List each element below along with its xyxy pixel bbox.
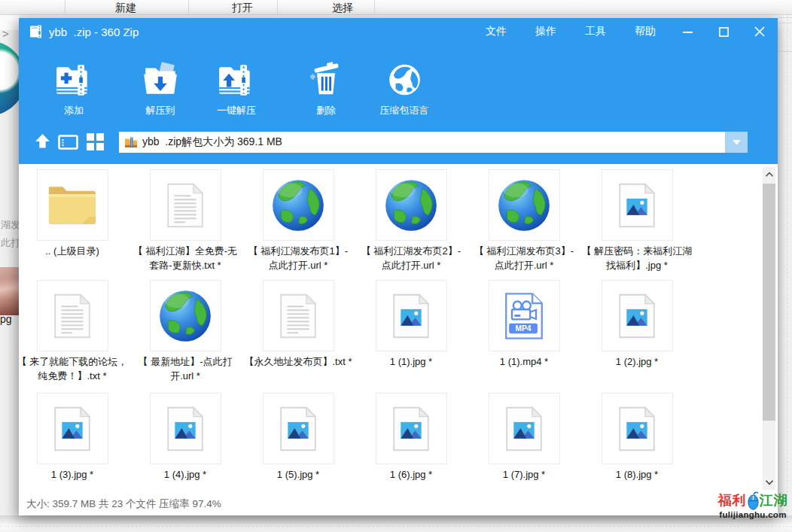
scroll-down-button[interactable] xyxy=(763,475,775,490)
icon-view-icon[interactable] xyxy=(87,133,104,150)
file-icon-box xyxy=(376,169,447,241)
file-icon-box xyxy=(489,169,560,241)
minimize-button[interactable] xyxy=(681,26,693,38)
toolbar-button[interactable]: 删除 xyxy=(306,60,346,117)
file-item[interactable]: 【 来了就能下载的论坛，纯免费！】.txt * xyxy=(19,280,129,383)
close-button[interactable] xyxy=(754,26,766,38)
file-icon-box xyxy=(150,169,221,241)
file-row: .. (上级目录) 【 福利江湖】全免费-无套路-更新快.txt * 【 福利江… xyxy=(19,169,696,272)
txt-file-icon xyxy=(53,293,92,339)
svg-text:MP4: MP4 xyxy=(516,324,532,333)
file-icon-box xyxy=(602,280,673,351)
tab-separator xyxy=(374,0,375,15)
zip-file-icon xyxy=(124,135,138,149)
jpg-file-icon xyxy=(53,406,92,452)
up-directory-icon[interactable] xyxy=(34,132,51,150)
jpg-file-icon xyxy=(504,406,544,452)
menu-item[interactable]: 文件 xyxy=(486,25,507,38)
delete-icon xyxy=(306,60,346,99)
file-item[interactable]: 【永久地址发布页】.txt * xyxy=(242,280,355,383)
scrollbar xyxy=(763,167,775,490)
file-name: 【 福利江湖发布页3】- 点此打开.url * xyxy=(468,244,580,272)
watermark-text-right: 江湖 xyxy=(760,491,788,509)
file-item[interactable]: 【 解压密码：来福利江湖找福利】.jpg * xyxy=(580,169,693,272)
file-icon-box xyxy=(263,280,334,351)
file-item[interactable]: 【 最新地址】-点此打开.url * xyxy=(129,280,242,383)
file-name: 【 解压密码：来福利江湖找福利】.jpg * xyxy=(581,244,693,272)
address-dropdown-button[interactable] xyxy=(725,132,748,153)
toolbar-button[interactable]: 解压到 xyxy=(141,60,180,117)
file-name: 1 (2).jpg * xyxy=(581,354,693,369)
file-icon-box xyxy=(150,280,221,351)
maximize-button[interactable] xyxy=(717,26,730,38)
file-name: 【 福利江湖发布页1】- 点此打开.url * xyxy=(242,244,354,272)
file-item[interactable]: 1 (5).jpg * xyxy=(242,393,355,482)
menu-item[interactable]: 工具 xyxy=(585,25,606,38)
background-tab[interactable]: 选择 xyxy=(332,0,353,15)
file-icon-box xyxy=(37,393,108,464)
zip-window: ybb .zip - 360 Zip 文件操作工具帮助 xyxy=(19,18,778,515)
file-name: 1 (4).jpg * xyxy=(129,467,241,482)
file-item[interactable]: 1 (1).jpg * xyxy=(355,280,468,383)
txt-file-icon xyxy=(279,293,318,339)
background-chevron: > xyxy=(2,27,9,40)
background-right-edge xyxy=(778,15,792,515)
file-item[interactable]: 【 福利江湖发布页2】- 点此打开.url * xyxy=(355,169,468,272)
file-item[interactable]: 【 福利江湖】全免费-无套路-更新快.txt * xyxy=(129,169,242,272)
toolbar-button[interactable]: 一键解压 xyxy=(217,60,256,117)
file-icon-box xyxy=(489,393,560,464)
address-bar[interactable]: ybb .zip解包大小为 369.1 MB xyxy=(119,132,725,153)
scrollbar-thumb[interactable] xyxy=(763,184,775,421)
file-name: 1 (7).jpg * xyxy=(468,467,580,482)
file-row: 1 (3).jpg * 1 (4).jpg * 1 (5).jpg * 1 (6… xyxy=(19,393,696,482)
jpg-file-icon xyxy=(391,406,431,452)
file-icon-box: MP4 xyxy=(489,280,560,351)
file-name: 1 (3).jpg * xyxy=(19,467,128,482)
jpg-file-icon xyxy=(279,406,318,452)
background-tab[interactable]: 打开 xyxy=(232,0,253,15)
file-icon-box xyxy=(37,169,108,241)
file-name: 【 来了就能下载的论坛，纯免费！】.txt * xyxy=(19,354,128,383)
file-item[interactable]: 【 福利江湖发布页1】- 点此打开.url * xyxy=(242,169,355,272)
toolbar-button-label: 压缩包语言 xyxy=(380,104,429,117)
file-item[interactable]: MP41 (1).mp4 * xyxy=(468,280,580,383)
file-name: 1 (1).mp4 * xyxy=(468,354,580,369)
toolbar-button[interactable]: 添加 xyxy=(54,60,93,117)
jpg-file-icon xyxy=(617,182,656,229)
file-item[interactable]: .. (上级目录) xyxy=(19,169,129,272)
address-text: ybb .zip解包大小为 369.1 MB xyxy=(142,135,282,149)
background-photo-thumbnail xyxy=(0,267,20,315)
add-archive-icon xyxy=(54,60,93,99)
tab-separator xyxy=(65,0,65,15)
menu-item[interactable]: 操作 xyxy=(535,25,556,38)
watermark-text-left: 福利 xyxy=(718,491,747,509)
tab-separator xyxy=(188,0,189,15)
extract-to-icon xyxy=(141,60,180,99)
toolbar-button-label: 添加 xyxy=(64,104,84,117)
jpg-file-icon xyxy=(617,406,656,452)
background-tab-strip: 新建打开选择 xyxy=(0,0,792,15)
mouse-icon xyxy=(748,491,759,510)
address-row: ybb .zip解包大小为 369.1 MB xyxy=(19,129,778,155)
file-list: 1 (3).jpg * 1 (4).jpg * 1 (5).jpg * 1 (6… xyxy=(19,164,778,493)
toolbar-button-label: 一键解压 xyxy=(217,104,256,117)
file-item[interactable]: 【 福利江湖发布页3】- 点此打开.url * xyxy=(468,169,580,272)
scroll-up-button[interactable] xyxy=(763,167,775,182)
file-item[interactable]: 1 (7).jpg * xyxy=(468,393,580,482)
watermark-domain: fulijianghu.com xyxy=(715,510,790,519)
toolbar-button[interactable]: 压缩包语言 xyxy=(380,60,429,117)
details-view-icon[interactable] xyxy=(58,135,78,150)
menu-item[interactable]: 帮助 xyxy=(635,25,656,38)
file-icon-box xyxy=(150,393,221,464)
background-text-fragment: 此打 xyxy=(1,236,20,250)
background-text-fragment: pg xyxy=(0,313,12,325)
file-item[interactable]: 1 (6).jpg * xyxy=(355,393,468,482)
background-tab[interactable]: 新建 xyxy=(115,0,136,15)
file-item[interactable]: 1 (4).jpg * xyxy=(129,393,242,482)
file-item[interactable]: 1 (2).jpg * xyxy=(580,280,693,383)
file-item[interactable]: 1 (3).jpg * xyxy=(19,393,129,482)
file-name: 1 (1).jpg * xyxy=(355,354,467,369)
file-item[interactable]: 1 (8).jpg * xyxy=(580,393,693,482)
one-click-extract-icon xyxy=(217,60,256,99)
folder-file-icon xyxy=(46,183,99,228)
